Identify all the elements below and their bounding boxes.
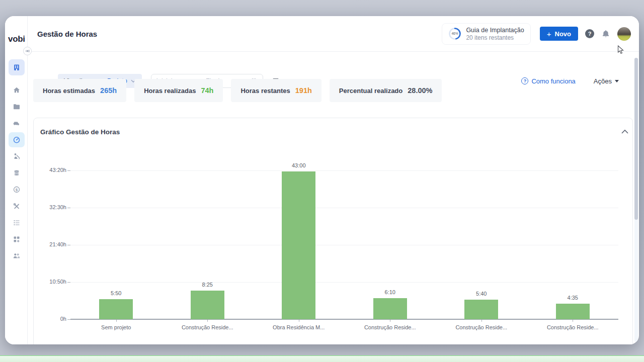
actions-label: Ações xyxy=(594,77,612,85)
bottom-strip xyxy=(0,355,644,362)
question-circle-icon: ? xyxy=(521,77,528,84)
bar-value-label: 5:50 xyxy=(94,290,139,296)
bar-value-label: 8:25 xyxy=(185,282,230,288)
help-icon[interactable]: ? xyxy=(585,29,594,38)
sidebar-item-grid[interactable] xyxy=(9,232,25,247)
bar-value-label: 43:00 xyxy=(276,162,321,168)
list-icon xyxy=(13,219,21,227)
stat-label: Horas estimadas xyxy=(43,87,95,95)
x-axis-label: Construção Reside... xyxy=(437,324,526,330)
stat-card-estimated: Horas estimadas 265h xyxy=(33,79,126,102)
sidebar-nav: $ xyxy=(5,59,28,265)
y-axis-tick xyxy=(67,208,70,208)
handshake-icon xyxy=(13,119,21,127)
worker-icon xyxy=(13,152,21,160)
stat-label: Percentual realizado xyxy=(339,87,403,95)
new-button-label: Novo xyxy=(555,30,572,38)
x-axis-tick xyxy=(116,320,117,322)
bar[interactable] xyxy=(373,298,407,319)
caret-down-icon xyxy=(615,80,619,82)
x-axis-label: Construção Reside... xyxy=(528,324,617,330)
x-axis-line xyxy=(70,319,618,320)
x-axis-label: Construção Reside... xyxy=(163,324,252,330)
stat-label: Horas realizadas xyxy=(144,87,196,95)
grid-plus-icon xyxy=(13,235,21,243)
actions-dropdown[interactable]: Ações xyxy=(594,77,619,85)
how-it-works-label: Como funciona xyxy=(531,77,575,85)
y-axis-tick xyxy=(67,245,70,245)
chevron-up-icon xyxy=(621,129,629,135)
sidebar-item-tools[interactable] xyxy=(9,199,25,214)
bar[interactable] xyxy=(282,171,315,319)
bar[interactable] xyxy=(556,304,590,319)
tools-icon xyxy=(13,202,21,210)
sidebar-item-worker[interactable] xyxy=(9,149,25,164)
bar-value-label: 4:35 xyxy=(550,295,595,301)
sidebar-item-coins[interactable] xyxy=(9,165,25,180)
x-axis-tick xyxy=(481,320,482,322)
y-axis-label: 0h xyxy=(34,316,66,322)
bar-value-label: 6:10 xyxy=(367,289,413,295)
sidebar-item-list[interactable] xyxy=(9,215,25,230)
sidebar-item-gauge[interactable] xyxy=(9,132,25,147)
x-axis-tick xyxy=(299,320,299,322)
collapse-chart-button[interactable] xyxy=(621,128,629,137)
header: Gestão de Horas 46% Guia de Implantação … xyxy=(28,16,639,52)
home-icon xyxy=(13,86,21,94)
x-axis-tick xyxy=(573,320,573,322)
x-axis-tick xyxy=(207,320,208,322)
stat-card-remaining: Horas restantes 191h xyxy=(231,79,321,102)
gridline xyxy=(70,245,618,245)
bar[interactable] xyxy=(99,299,133,319)
sidebar-item-home[interactable] xyxy=(9,82,25,98)
app-window: vobi xyxy=(5,16,639,344)
how-it-works-link[interactable]: ? Como funciona xyxy=(521,77,575,85)
x-axis-label: Sem projeto xyxy=(72,324,160,330)
dollar-circle-icon: $ xyxy=(13,186,21,194)
stat-value: 74h xyxy=(201,86,213,95)
y-axis-tick xyxy=(67,282,70,283)
sidebar-item-dollar[interactable]: $ xyxy=(9,182,25,197)
notifications-bell-icon[interactable] xyxy=(601,29,610,38)
expand-arrow-icon xyxy=(24,48,31,54)
coins-icon xyxy=(13,169,21,177)
y-axis-label: 21:40h xyxy=(34,241,66,247)
scrollbar-thumb[interactable] xyxy=(634,58,638,220)
sidebar-item-folder[interactable] xyxy=(9,99,25,114)
svg-text:$: $ xyxy=(15,188,18,192)
stat-card-percent: Percentual realizado 28.00% xyxy=(330,79,442,102)
sidebar-item-building[interactable] xyxy=(9,59,25,75)
user-avatar[interactable] xyxy=(617,27,631,41)
toolbar-right: ? Como funciona Ações xyxy=(521,74,619,88)
page-title: Gestão de Horas xyxy=(37,30,97,38)
people-icon xyxy=(13,252,21,260)
progress-ring: 46% xyxy=(448,27,461,40)
stats-row: Horas estimadas 265h Horas realizadas 74… xyxy=(33,79,442,102)
plus-icon: + xyxy=(547,30,551,38)
guide-subtitle: 20 itens restantes xyxy=(466,34,524,41)
new-button[interactable]: + Novo xyxy=(540,27,578,41)
gridline xyxy=(70,282,618,283)
y-axis-tick xyxy=(67,170,70,171)
sidebar-item-handshake[interactable] xyxy=(9,116,25,131)
progress-percent: 46% xyxy=(452,32,458,35)
implementation-guide-widget[interactable]: 46% Guia de Implantação 20 itens restant… xyxy=(442,23,530,45)
gridline xyxy=(70,170,618,171)
bar[interactable] xyxy=(191,291,224,319)
gauge-icon xyxy=(13,136,21,144)
gridline xyxy=(70,208,618,208)
bar[interactable] xyxy=(464,300,498,319)
x-axis-label: Obra Residência M... xyxy=(255,324,343,330)
sidebar: vobi xyxy=(5,16,28,344)
bar-value-label: 5:40 xyxy=(459,291,504,297)
stat-value: 265h xyxy=(100,86,117,95)
folder-icon xyxy=(13,103,21,111)
sidebar-expand-button[interactable] xyxy=(23,47,32,55)
stat-value: 191h xyxy=(295,86,312,95)
x-axis-label: Construção Reside... xyxy=(346,324,434,330)
stat-card-realized: Horas realizadas 74h xyxy=(134,79,223,102)
stat-value: 28.00% xyxy=(408,86,432,95)
vobi-logo: vobi xyxy=(8,34,25,44)
building-icon xyxy=(13,63,21,71)
sidebar-item-people[interactable] xyxy=(9,248,25,263)
